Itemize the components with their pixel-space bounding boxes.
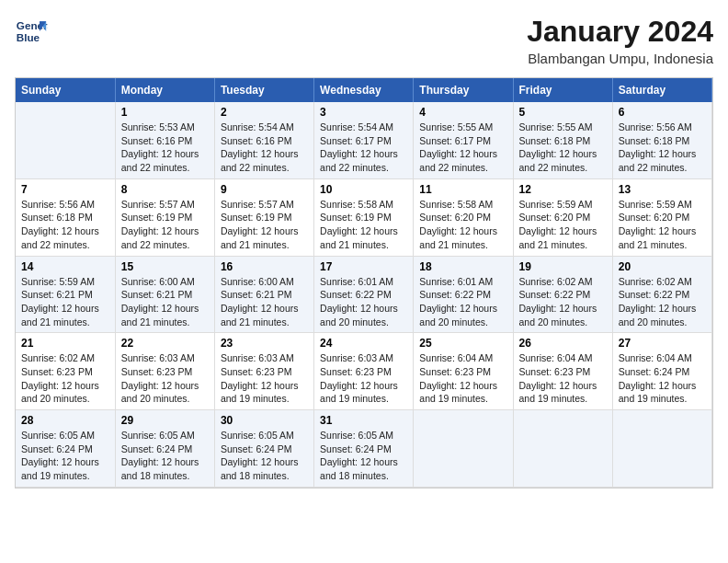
table-cell: 26Sunrise: 6:04 AM Sunset: 6:23 PM Dayli… <box>513 333 612 410</box>
day-number: 31 <box>320 414 407 427</box>
week-row-5: 28Sunrise: 6:05 AM Sunset: 6:24 PM Dayli… <box>16 410 712 488</box>
day-info: Sunrise: 5:59 AM Sunset: 6:21 PM Dayligh… <box>21 275 109 329</box>
day-info: Sunrise: 6:04 AM Sunset: 6:23 PM Dayligh… <box>519 351 607 406</box>
calendar-table: Sunday Monday Tuesday Wednesday Thursday… <box>16 78 712 488</box>
day-info: Sunrise: 6:02 AM Sunset: 6:23 PM Dayligh… <box>21 351 109 406</box>
day-number: 13 <box>619 183 706 196</box>
week-row-2: 7Sunrise: 5:56 AM Sunset: 6:18 PM Daylig… <box>16 178 712 256</box>
day-info: Sunrise: 5:56 AM Sunset: 6:18 PM Dayligh… <box>21 198 109 252</box>
day-number: 24 <box>320 337 407 350</box>
day-number: 23 <box>221 337 308 350</box>
day-info: Sunrise: 6:03 AM Sunset: 6:23 PM Dayligh… <box>221 351 308 406</box>
table-cell: 13Sunrise: 5:59 AM Sunset: 6:20 PM Dayli… <box>612 178 711 256</box>
day-number: 11 <box>419 183 506 196</box>
calendar-container: Sunday Monday Tuesday Wednesday Thursday… <box>15 77 713 488</box>
table-cell: 18Sunrise: 6:01 AM Sunset: 6:22 PM Dayli… <box>414 256 513 333</box>
header-tuesday: Tuesday <box>214 78 313 102</box>
table-cell: 15Sunrise: 6:00 AM Sunset: 6:21 PM Dayli… <box>115 256 214 333</box>
day-info: Sunrise: 6:05 AM Sunset: 6:24 PM Dayligh… <box>320 429 407 483</box>
svg-text:Blue: Blue <box>17 31 40 43</box>
day-info: Sunrise: 6:00 AM Sunset: 6:21 PM Dayligh… <box>121 275 209 329</box>
table-cell <box>612 410 711 488</box>
day-number: 5 <box>519 106 607 119</box>
day-number: 19 <box>519 260 607 273</box>
day-number: 22 <box>121 337 209 350</box>
table-cell: 7Sunrise: 5:56 AM Sunset: 6:18 PM Daylig… <box>16 178 115 256</box>
day-number: 29 <box>121 414 209 427</box>
day-number: 7 <box>21 183 109 196</box>
day-info: Sunrise: 5:58 AM Sunset: 6:20 PM Dayligh… <box>419 198 506 252</box>
logo-icon: General Blue <box>15 15 48 48</box>
day-info: Sunrise: 6:04 AM Sunset: 6:24 PM Dayligh… <box>619 351 706 406</box>
table-cell: 31Sunrise: 6:05 AM Sunset: 6:24 PM Dayli… <box>314 410 414 488</box>
table-cell: 2Sunrise: 5:54 AM Sunset: 6:16 PM Daylig… <box>214 102 313 178</box>
day-number: 2 <box>221 106 308 119</box>
day-number: 14 <box>21 260 109 273</box>
day-info: Sunrise: 5:59 AM Sunset: 6:20 PM Dayligh… <box>619 198 706 252</box>
table-cell: 14Sunrise: 5:59 AM Sunset: 6:21 PM Dayli… <box>16 256 115 333</box>
week-row-3: 14Sunrise: 5:59 AM Sunset: 6:21 PM Dayli… <box>16 256 712 333</box>
table-cell: 20Sunrise: 6:02 AM Sunset: 6:22 PM Dayli… <box>612 256 711 333</box>
day-number: 18 <box>419 260 506 273</box>
day-info: Sunrise: 6:03 AM Sunset: 6:23 PM Dayligh… <box>320 351 407 406</box>
header-sunday: Sunday <box>16 78 115 102</box>
day-number: 1 <box>121 106 209 119</box>
week-row-4: 21Sunrise: 6:02 AM Sunset: 6:23 PM Dayli… <box>16 333 712 410</box>
page-header: General Blue January 2024 Blambangan Ump… <box>15 15 713 66</box>
table-cell <box>16 102 115 178</box>
day-number: 3 <box>320 106 407 119</box>
table-cell: 22Sunrise: 6:03 AM Sunset: 6:23 PM Dayli… <box>115 333 214 410</box>
day-info: Sunrise: 5:55 AM Sunset: 6:18 PM Dayligh… <box>519 121 607 175</box>
day-number: 25 <box>419 337 506 350</box>
table-cell: 30Sunrise: 6:05 AM Sunset: 6:24 PM Dayli… <box>214 410 313 488</box>
day-info: Sunrise: 5:55 AM Sunset: 6:17 PM Dayligh… <box>419 121 506 175</box>
day-info: Sunrise: 5:57 AM Sunset: 6:19 PM Dayligh… <box>221 198 308 252</box>
day-number: 17 <box>320 260 407 273</box>
day-number: 12 <box>519 183 607 196</box>
table-cell: 6Sunrise: 5:56 AM Sunset: 6:18 PM Daylig… <box>612 102 711 178</box>
day-number: 4 <box>419 106 506 119</box>
title-block: January 2024 Blambangan Umpu, Indonesia <box>527 15 713 66</box>
day-number: 27 <box>619 337 706 350</box>
table-cell: 12Sunrise: 5:59 AM Sunset: 6:20 PM Dayli… <box>513 178 612 256</box>
day-info: Sunrise: 6:05 AM Sunset: 6:24 PM Dayligh… <box>21 429 109 483</box>
main-title: January 2024 <box>527 15 713 49</box>
day-info: Sunrise: 6:04 AM Sunset: 6:23 PM Dayligh… <box>419 351 506 406</box>
table-cell: 25Sunrise: 6:04 AM Sunset: 6:23 PM Dayli… <box>414 333 513 410</box>
day-info: Sunrise: 5:58 AM Sunset: 6:19 PM Dayligh… <box>320 198 407 252</box>
table-cell: 21Sunrise: 6:02 AM Sunset: 6:23 PM Dayli… <box>16 333 115 410</box>
day-number: 20 <box>619 260 706 273</box>
day-number: 15 <box>121 260 209 273</box>
day-number: 10 <box>320 183 407 196</box>
table-cell: 3Sunrise: 5:54 AM Sunset: 6:17 PM Daylig… <box>314 102 414 178</box>
day-info: Sunrise: 5:53 AM Sunset: 6:16 PM Dayligh… <box>121 121 209 175</box>
day-number: 9 <box>221 183 308 196</box>
table-cell: 11Sunrise: 5:58 AM Sunset: 6:20 PM Dayli… <box>414 178 513 256</box>
day-number: 6 <box>619 106 706 119</box>
table-cell <box>513 410 612 488</box>
table-cell: 16Sunrise: 6:00 AM Sunset: 6:21 PM Dayli… <box>214 256 313 333</box>
day-info: Sunrise: 6:05 AM Sunset: 6:24 PM Dayligh… <box>221 429 308 483</box>
day-number: 26 <box>519 337 607 350</box>
logo: General Blue <box>15 15 48 48</box>
header-thursday: Thursday <box>414 78 513 102</box>
table-cell: 19Sunrise: 6:02 AM Sunset: 6:22 PM Dayli… <box>513 256 612 333</box>
table-cell: 17Sunrise: 6:01 AM Sunset: 6:22 PM Dayli… <box>314 256 414 333</box>
header-wednesday: Wednesday <box>314 78 414 102</box>
day-info: Sunrise: 6:00 AM Sunset: 6:21 PM Dayligh… <box>221 275 308 329</box>
day-number: 8 <box>121 183 209 196</box>
table-cell: 28Sunrise: 6:05 AM Sunset: 6:24 PM Dayli… <box>16 410 115 488</box>
subtitle: Blambangan Umpu, Indonesia <box>527 51 713 66</box>
table-cell: 27Sunrise: 6:04 AM Sunset: 6:24 PM Dayli… <box>612 333 711 410</box>
table-cell <box>414 410 513 488</box>
day-info: Sunrise: 5:56 AM Sunset: 6:18 PM Dayligh… <box>619 121 706 175</box>
table-cell: 29Sunrise: 6:05 AM Sunset: 6:24 PM Dayli… <box>115 410 214 488</box>
day-number: 16 <box>221 260 308 273</box>
header-monday: Monday <box>115 78 214 102</box>
day-info: Sunrise: 6:02 AM Sunset: 6:22 PM Dayligh… <box>619 275 706 329</box>
day-info: Sunrise: 6:01 AM Sunset: 6:22 PM Dayligh… <box>320 275 407 329</box>
day-info: Sunrise: 5:54 AM Sunset: 6:17 PM Dayligh… <box>320 121 407 175</box>
table-cell: 1Sunrise: 5:53 AM Sunset: 6:16 PM Daylig… <box>115 102 214 178</box>
table-cell: 23Sunrise: 6:03 AM Sunset: 6:23 PM Dayli… <box>214 333 313 410</box>
header-row: Sunday Monday Tuesday Wednesday Thursday… <box>16 78 712 102</box>
